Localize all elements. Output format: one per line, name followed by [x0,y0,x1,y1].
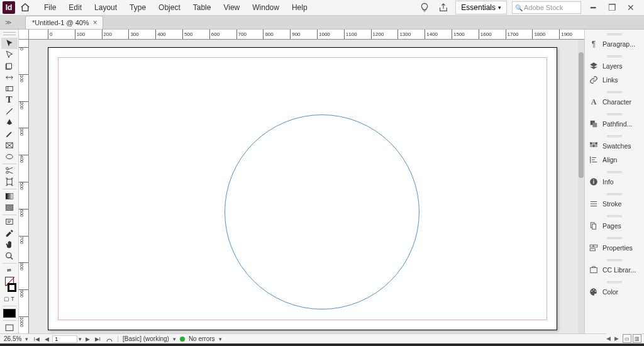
close-tab-icon[interactable]: × [93,18,97,27]
structure-view-toggle[interactable]: ▭ [623,334,631,343]
chevron-down-icon[interactable]: ▾ [173,336,176,342]
preflight-preset[interactable]: [Basic] (working) [123,335,169,342]
document-tab-bar: ≫ *Untitled-1 @ 40% × [0,16,644,30]
panel-grip-icon[interactable] [585,112,644,116]
menu-window[interactable]: Window [246,1,286,14]
chevron-down-icon[interactable]: ▾ [25,336,28,342]
panel-links[interactable]: Links [585,73,644,87]
panel-grip-icon[interactable] [585,54,644,58]
format-container-toggle[interactable]: ▢T [1,293,18,304]
home-icon[interactable] [19,1,31,14]
window-close-button[interactable]: ✕ [624,2,638,13]
vertical-scroll-thumb[interactable] [579,52,584,178]
panel-info[interactable]: iInfo [585,175,644,189]
panel-swatches[interactable]: Swatches [585,139,644,153]
page-number-input[interactable] [52,335,77,343]
panel-grip-icon[interactable] [585,32,644,36]
pen-tool[interactable] [1,117,18,128]
chevron-down-icon[interactable]: ▾ [79,336,82,342]
panel-paragraph[interactable]: ¶Paragrap... [585,37,644,51]
free-transform-tool[interactable] [1,176,18,187]
selection-tool[interactable] [1,38,18,49]
panel-grip-icon[interactable] [585,280,644,284]
open-dialog-icon[interactable] [106,335,113,343]
menu-help[interactable]: Help [286,1,314,14]
expand-arrow-icon[interactable]: ≫ [5,19,11,26]
menu-object[interactable]: Object [152,1,187,14]
panel-character[interactable]: ACharacter [585,95,644,109]
menu-type[interactable]: Type [123,1,152,14]
type-tool[interactable]: T [1,94,18,106]
grip-icon[interactable] [3,32,16,35]
scissors-tool[interactable] [1,165,18,176]
zoom-level[interactable]: 26.5% [4,335,21,342]
app-icon[interactable]: Id [3,1,15,14]
menu-table[interactable]: Table [187,1,218,14]
panel-grip-icon[interactable] [585,170,644,174]
next-page-button[interactable]: ▶ [83,335,92,343]
content-collector-tool[interactable] [1,83,18,94]
info-icon: i [589,177,599,187]
ellipse-tool[interactable] [1,151,18,162]
split-view-toggle[interactable]: ▥ [633,334,641,343]
pencil-tool[interactable] [1,128,18,140]
panel-grip-icon[interactable] [585,214,644,218]
stock-search-input[interactable]: 🔍 Adobe Stock [512,1,581,14]
panel-layers[interactable]: Layers [585,59,644,73]
stroke-swatch[interactable] [4,282,20,293]
canvas-viewport[interactable] [29,40,578,333]
menu-edit[interactable]: Edit [62,1,88,14]
panel-grip-icon[interactable] [585,192,644,196]
ruler-tick: 1000 [19,316,28,327]
chevron-down-icon[interactable]: ▾ [219,336,222,342]
preflight-status[interactable]: No errors [189,335,215,342]
document-tab[interactable]: *Untitled-1 @ 40% × [25,16,103,29]
window-minimize-button[interactable]: ━ [586,2,600,13]
page-tool[interactable] [1,60,18,72]
panel-stroke[interactable]: Stroke [585,197,644,211]
menu-file[interactable]: File [38,1,62,14]
screen-mode-toggle[interactable] [1,322,18,333]
prev-page-button[interactable]: ◀ [42,335,51,343]
panel-properties[interactable]: Properties [585,241,644,255]
scroll-right-icon[interactable]: ▶ [614,335,619,342]
window-restore-button[interactable]: ❐ [605,2,619,13]
gradient-swatch-tool[interactable] [1,191,18,202]
panel-cc-libraries[interactable]: CC Librar... [585,263,644,277]
first-page-button[interactable]: I◀ [32,335,41,343]
lightbulb-icon[interactable] [418,1,431,14]
panel-grip-icon[interactable] [585,236,644,240]
vertical-ruler[interactable]: 010020030040050060070080090010001100 [19,40,29,333]
line-tool[interactable] [1,106,18,117]
panel-pages[interactable]: Pages [585,219,644,233]
direct-selection-tool[interactable] [1,49,18,60]
last-page-button[interactable]: ▶I [93,335,102,343]
rectangle-frame-tool[interactable] [1,140,18,151]
menu-view[interactable]: View [217,1,246,14]
document-page[interactable] [48,47,557,330]
gap-tool[interactable] [1,72,18,83]
horizontal-ruler[interactable]: 0100200300400500600700800900100011001200… [29,30,584,40]
vertical-scrollbar[interactable] [578,40,584,333]
note-tool[interactable] [1,216,18,228]
scroll-left-icon[interactable]: ◀ [606,335,611,342]
ellipse-shape[interactable] [225,114,419,310]
panel-grip-icon[interactable] [585,90,644,94]
ruler-origin[interactable] [19,30,29,40]
panel-color[interactable]: Color [585,285,644,299]
fill-stroke-swap[interactable]: ⇄ [1,264,18,276]
zoom-tool[interactable] [1,250,18,262]
svg-rect-24 [590,245,593,247]
ruler-tick: 700 [19,236,28,244]
hand-tool[interactable] [1,239,18,250]
panel-grip-icon[interactable] [585,258,644,262]
menu-layout[interactable]: Layout [88,1,123,14]
panel-grip-icon[interactable] [585,134,644,138]
share-icon[interactable] [436,1,450,14]
workspace-selector[interactable]: Essentials ▾ [455,1,507,14]
apply-color[interactable] [1,308,18,319]
panel-pathfinder[interactable]: Pathfind... [585,117,644,131]
gradient-feather-tool[interactable] [1,202,18,213]
panel-align[interactable]: Align [585,153,644,167]
eyedropper-tool[interactable] [1,228,18,239]
